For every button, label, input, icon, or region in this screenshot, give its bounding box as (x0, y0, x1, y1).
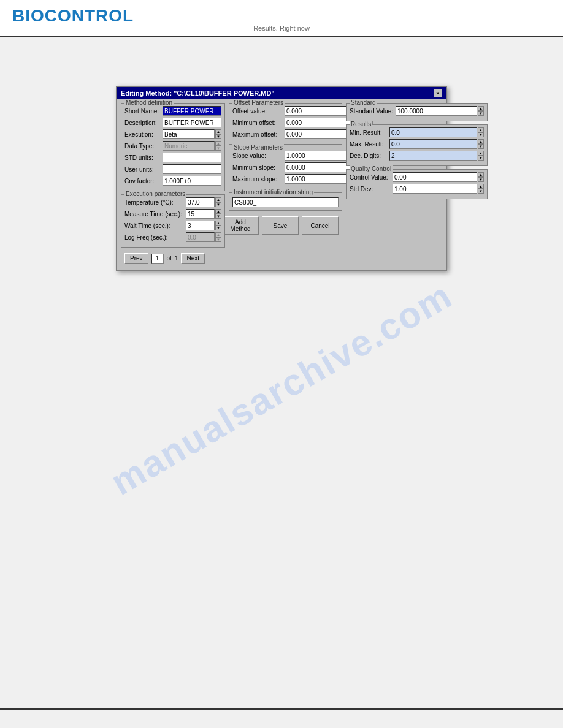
cnv-factor-row: Cnv factor: (124, 176, 221, 186)
standard-label: Standard (350, 99, 377, 106)
max-offset-label: Maximum offset: (232, 131, 285, 138)
min-offset-row: Minimum offset: ▲ ▼ (232, 118, 339, 127)
max-result-label: Max. Result: (350, 141, 389, 148)
min-result-row: Min. Result: ▲ ▼ (350, 127, 484, 137)
short-name-input[interactable] (163, 106, 221, 116)
min-result-input[interactable] (389, 127, 477, 137)
measure-time-spinner[interactable]: ▲ ▼ (215, 209, 221, 219)
temperature-up-arrow[interactable]: ▲ (215, 197, 221, 202)
results-label: Results (350, 121, 372, 127)
max-result-down-arrow[interactable]: ▼ (478, 144, 484, 149)
std-dev-spinner[interactable]: ▲ ▼ (478, 184, 484, 194)
user-units-input[interactable] (163, 164, 221, 174)
dec-digits-down-arrow[interactable]: ▼ (478, 156, 484, 161)
std-dev-up-arrow[interactable]: ▲ (478, 184, 484, 189)
cancel-button[interactable]: Cancel (302, 216, 339, 235)
min-offset-label: Minimum offset: (232, 119, 285, 126)
slope-value-row: Slope value: ▲ ▼ (232, 151, 339, 161)
user-units-label: User units: (124, 166, 163, 173)
std-value-spinner[interactable]: ▲ ▼ (478, 106, 484, 116)
max-result-up-arrow[interactable]: ▲ (478, 139, 484, 144)
max-result-row: Max. Result: ▲ ▼ (350, 139, 484, 149)
cnv-factor-input[interactable] (163, 176, 221, 186)
watermark: manualsarchive.com (104, 274, 459, 504)
dec-digits-row: Dec. Digits: ▲ ▼ (350, 151, 484, 161)
offset-value-row: Offset value: ▲ ▼ (232, 106, 339, 116)
close-button[interactable]: × (434, 89, 442, 97)
std-units-input[interactable] (163, 153, 221, 162)
of-label: of (167, 255, 172, 262)
cnv-factor-label: Cnv factor: (124, 178, 163, 184)
measure-time-row: Measure Time (sec.): ▲ ▼ (124, 209, 221, 219)
temperature-input[interactable] (186, 197, 215, 207)
short-name-row: Short Name: (124, 106, 221, 116)
std-value-down-arrow[interactable]: ▼ (478, 111, 484, 116)
max-result-input[interactable] (389, 139, 477, 149)
offset-parameters-group: Offset Parameters Offset value: ▲ ▼ Mi (229, 103, 342, 145)
std-value-input[interactable] (396, 106, 477, 116)
add-method-button[interactable]: Add Method (222, 216, 259, 235)
wait-time-spinner[interactable]: ▲ ▼ (215, 221, 221, 230)
std-dev-down-arrow[interactable]: ▼ (478, 189, 484, 194)
save-button[interactable]: Save (262, 216, 299, 235)
min-result-down-arrow[interactable]: ▼ (478, 132, 484, 137)
std-dev-input[interactable] (393, 184, 477, 194)
middle-column: Offset Parameters Offset value: ▲ ▼ Mi (229, 103, 342, 266)
standard-group: Standard Standard Value: ▲ ▼ (346, 103, 488, 121)
offset-parameters-label: Offset Parameters (232, 99, 285, 106)
control-value-down-arrow[interactable]: ▼ (478, 177, 484, 182)
data-type-label: Data Type: (124, 143, 163, 150)
footer-line (0, 708, 563, 710)
wait-time-down-arrow[interactable]: ▼ (215, 226, 221, 230)
dec-digits-spinner[interactable]: ▲ ▼ (478, 151, 484, 161)
execution-spinner[interactable]: ▲ ▼ (215, 129, 221, 139)
min-result-up-arrow[interactable]: ▲ (478, 127, 484, 132)
execution-down-arrow[interactable]: ▼ (215, 134, 221, 139)
results-group: Results Min. Result: ▲ ▼ Max. Result: (346, 124, 488, 166)
editing-method-dialog: Editing Method: "C:\CL10\BUFFER POWER.MD… (116, 86, 447, 271)
max-slope-label: Maximum slope: (232, 176, 285, 183)
min-result-spinner[interactable]: ▲ ▼ (478, 127, 484, 137)
dialog-body: Method definition Short Name: Descriptio… (117, 99, 446, 270)
control-value-spinner[interactable]: ▲ ▼ (478, 172, 484, 182)
data-type-spinner: ▲ ▼ (215, 141, 221, 151)
max-result-spinner[interactable]: ▲ ▼ (478, 139, 484, 149)
slope-value-label: Slope value: (232, 153, 285, 159)
std-value-label: Standard Value: (350, 108, 396, 115)
log-freq-label: Log Freq (sec.): (124, 234, 186, 241)
next-button[interactable]: Next (181, 253, 205, 264)
execution-label: Execution: (124, 131, 163, 138)
measure-time-down-arrow[interactable]: ▼ (215, 214, 221, 219)
instrument-init-group: Instrument initialization string (229, 192, 342, 211)
short-name-label: Short Name: (124, 108, 163, 115)
quality-control-label: Quality Control (350, 165, 393, 172)
measure-time-label: Measure Time (sec.): (124, 211, 186, 218)
dec-digits-up-arrow[interactable]: ▲ (478, 151, 484, 156)
log-freq-down-arrow: ▼ (215, 237, 221, 242)
temperature-down-arrow[interactable]: ▼ (215, 202, 221, 207)
brand-title: BIOCONTROL (12, 6, 551, 26)
action-bar: Add Method Save Cancel (229, 214, 342, 237)
description-input[interactable] (163, 118, 221, 127)
quality-control-group: Quality Control Control Value: ▲ ▼ Std (346, 169, 488, 199)
wait-time-up-arrow[interactable]: ▲ (215, 221, 221, 226)
left-column: Method definition Short Name: Descriptio… (121, 103, 225, 266)
measure-time-up-arrow[interactable]: ▲ (215, 209, 221, 214)
dec-digits-input[interactable] (389, 151, 477, 161)
control-value-input[interactable] (393, 172, 477, 182)
execution-row: Execution: ▲ ▼ (124, 129, 221, 139)
instrument-init-input[interactable] (232, 197, 339, 207)
temperature-spinner[interactable]: ▲ ▼ (215, 197, 221, 207)
page-number-input[interactable] (151, 254, 164, 264)
data-type-row: Data Type: ▲ ▼ (124, 141, 221, 151)
description-row: Description: (124, 118, 221, 127)
execution-input[interactable] (163, 129, 215, 139)
method-definition-group: Method definition Short Name: Descriptio… (121, 103, 225, 191)
log-freq-row: Log Freq (sec.): ▲ ▼ (124, 232, 221, 242)
measure-time-input[interactable] (186, 209, 215, 219)
wait-time-input[interactable] (186, 221, 215, 230)
control-value-up-arrow[interactable]: ▲ (478, 172, 484, 177)
prev-button[interactable]: Prev (124, 253, 148, 264)
std-value-up-arrow[interactable]: ▲ (478, 106, 484, 111)
execution-up-arrow[interactable]: ▲ (215, 129, 221, 134)
